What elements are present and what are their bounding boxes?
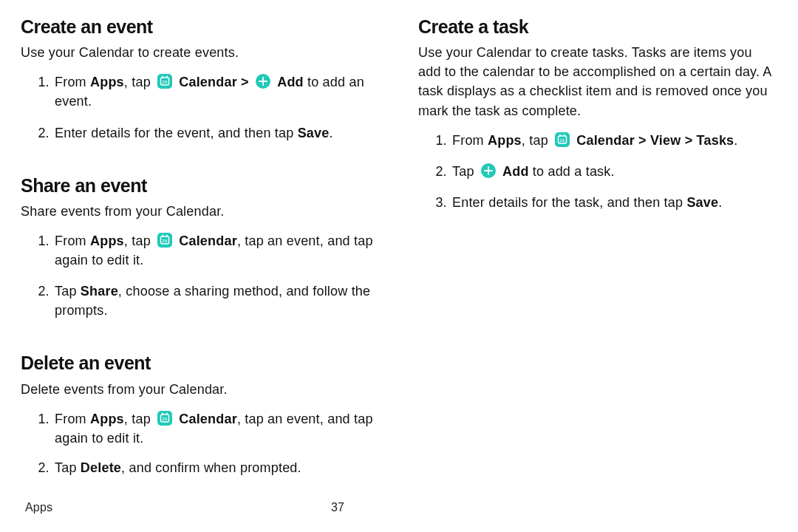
bold-add: Add (502, 164, 529, 179)
text-segment: , tap (124, 412, 154, 426)
bold-calendar-view-tasks: Calendar > View > Tasks (576, 133, 734, 148)
add-icon (480, 163, 497, 179)
text-segment: Enter details for the task, and then tap (452, 195, 686, 210)
text-segment: From (452, 133, 488, 148)
svg-text:29: 29 (163, 239, 168, 243)
bold-apps: Apps (90, 75, 124, 89)
text-segment: From (55, 412, 90, 426)
text-segment: to add a task. (529, 164, 615, 179)
bold-delete: Delete (81, 460, 121, 475)
svg-text:29: 29 (560, 138, 566, 143)
bold-calendar-path: Calendar > (179, 75, 253, 89)
text-segment: From (55, 233, 90, 248)
step: Enter details for the event, and then ta… (53, 123, 380, 143)
step-text: From Apps, tap 29 Calendar > View > Task… (452, 133, 738, 148)
text-segment: From (55, 75, 90, 89)
bold-save: Save (298, 126, 330, 140)
heading-delete-an-event: Delete an event (21, 349, 380, 376)
text-segment: Enter details for the event, and then ta… (55, 126, 298, 140)
bold-add: Add (277, 75, 304, 89)
text-segment: Tap (452, 164, 478, 179)
footer-section-label: Apps (25, 499, 52, 516)
calendar-icon: 29 (554, 132, 570, 148)
text-segment: . (718, 195, 722, 210)
steps-delete-event: From Apps, tap 29 Calendar, tap an event… (21, 409, 380, 488)
intro-create-event: Use your Calendar to create events. (21, 43, 380, 62)
step: From Apps, tap 29 Calendar, tap an event… (53, 231, 380, 270)
steps-create-task: From Apps, tap 29 Calendar > View > Task… (418, 131, 777, 224)
intro-create-task: Use your Calendar to create tasks. Tasks… (418, 43, 777, 120)
step-text: Tap Share, choose a sharing method, and … (55, 284, 370, 318)
step: From Apps, tap 29 Calendar > View > Task… (451, 131, 777, 150)
step-text: Tap Delete, and confirm when prompted. (55, 460, 301, 475)
bold-apps: Apps (90, 412, 124, 426)
add-icon (255, 73, 271, 89)
bold-save: Save (686, 195, 718, 210)
svg-text:29: 29 (163, 417, 168, 421)
steps-share-event: From Apps, tap 29 Calendar, tap an event… (21, 231, 380, 332)
step-text: From Apps, tap 29 Calendar, tap an event… (55, 412, 373, 446)
text-segment: , tap (522, 133, 552, 148)
steps-create-event: From Apps, tap 29 Calendar > Add to add … (21, 72, 380, 154)
text-segment: Tap (55, 284, 81, 299)
bold-share: Share (81, 284, 118, 299)
step: Tap Share, choose a sharing method, and … (53, 282, 380, 320)
calendar-icon: 29 (157, 73, 173, 89)
step-text: From Apps, tap 29 Calendar > Add to add … (55, 75, 364, 109)
bold-calendar: Calendar (179, 412, 237, 426)
intro-delete-event: Delete events from your Calendar. (21, 380, 380, 399)
heading-create-a-task: Create a task (418, 13, 777, 40)
step: From Apps, tap 29 Calendar > Add to add … (53, 72, 380, 111)
svg-text:29: 29 (163, 81, 168, 85)
step: Enter details for the task, and then tap… (451, 193, 777, 212)
text-segment: , tap (124, 75, 154, 89)
page: Create an event Use your Calendar to cre… (0, 0, 798, 532)
step-text: Tap Add to add a task. (452, 164, 615, 179)
bold-calendar: Calendar (179, 233, 237, 248)
calendar-icon: 29 (157, 410, 173, 426)
step-text: From Apps, tap 29 Calendar, tap an event… (55, 233, 373, 267)
right-column: Create a task Use your Calendar to creat… (399, 13, 777, 532)
text-segment: , and confirm when prompted. (121, 460, 301, 475)
text-segment: , tap (124, 233, 154, 248)
page-footer: Apps 37 (25, 499, 773, 516)
bold-apps: Apps (488, 133, 522, 148)
bold-apps: Apps (90, 233, 124, 248)
calendar-icon: 29 (157, 232, 173, 248)
left-column: Create an event Use your Calendar to cre… (21, 13, 399, 532)
intro-share-event: Share events from your Calendar. (21, 202, 380, 221)
text-segment: Tap (55, 460, 81, 475)
footer-page-number: 37 (331, 499, 344, 516)
step: Tap Add to add a task. (451, 162, 777, 181)
heading-create-an-event: Create an event (21, 13, 380, 40)
step: From Apps, tap 29 Calendar, tap an event… (53, 409, 380, 448)
text-segment: . (329, 126, 332, 140)
step: Tap Delete, and confirm when prompted. (53, 458, 380, 477)
step-text: Enter details for the task, and then tap… (452, 195, 722, 210)
text-segment: . (734, 133, 737, 148)
step-text: Enter details for the event, and then ta… (55, 126, 333, 140)
heading-share-an-event: Share an event (21, 172, 380, 199)
